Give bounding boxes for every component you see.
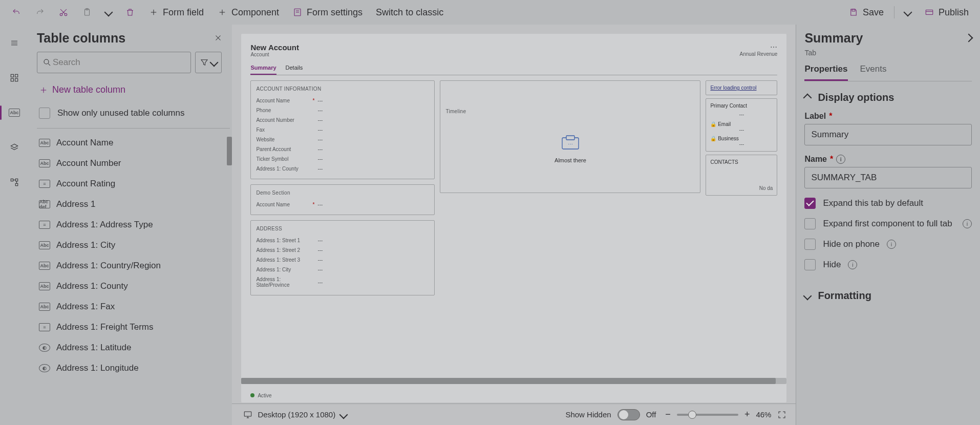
expand-first-checkbox[interactable]: Expand first component to full tab i <box>804 218 972 229</box>
section-account-information[interactable]: ACCOUNT INFORMATION Account Name*---Phon… <box>250 80 435 179</box>
save-label: Save <box>863 7 884 18</box>
paste-button[interactable] <box>77 3 97 22</box>
column-item[interactable]: AbcAccount Number <box>37 153 230 174</box>
rail-menu-button[interactable] <box>4 33 25 53</box>
search-input-wrap[interactable] <box>37 52 191 73</box>
scrollbar-thumb[interactable] <box>227 137 232 165</box>
form-field[interactable]: Account Number--- <box>256 115 429 125</box>
display-options-header[interactable]: Display options <box>804 92 972 103</box>
tab-events[interactable]: Events <box>860 64 887 81</box>
error-card[interactable]: Error loading control <box>706 80 777 95</box>
new-column-button[interactable]: New table column <box>37 81 232 98</box>
show-unused-label: Show only unused table columns <box>57 108 185 118</box>
rail-components-button[interactable] <box>4 68 25 88</box>
form-field[interactable]: Phone--- <box>256 105 429 115</box>
rail-layers-button[interactable] <box>4 137 25 158</box>
form-field[interactable]: Address 1: Street 2--- <box>256 245 429 255</box>
column-item[interactable]: ◐Address 1: Latitude <box>37 337 230 358</box>
column-item[interactable]: AbcAddress 1: City <box>37 235 230 256</box>
primary-contact-card[interactable]: Primary Contact --- 🔒 Email --- 🔒 Busine… <box>706 98 777 152</box>
expand-default-checkbox[interactable]: Expand this tab by default <box>804 198 972 209</box>
hide-phone-checkbox[interactable]: Hide on phone i <box>804 239 972 250</box>
toggle-switch[interactable] <box>617 409 640 420</box>
column-list[interactable]: AbcAccount NameAbcAccount Number≡Account… <box>37 133 232 425</box>
column-item[interactable]: ≡Account Rating <box>37 174 230 194</box>
svg-rect-11 <box>11 179 13 181</box>
form-field[interactable]: Ticker Symbol--- <box>256 154 429 164</box>
zoom-in-button[interactable]: + <box>744 409 750 420</box>
tab-summary[interactable]: Summary <box>250 65 276 75</box>
column-item[interactable]: AbcAddress 1: County <box>37 276 230 296</box>
form-settings-button[interactable]: Form settings <box>287 3 368 22</box>
column-label: Address 1: Longitude <box>56 363 139 373</box>
column-label: Address 1 <box>56 199 96 209</box>
form-field[interactable]: Parent Account--- <box>256 144 429 154</box>
horizontal-scrollbar[interactable] <box>241 378 786 384</box>
column-item[interactable]: Abc defAddress 1 <box>37 194 230 215</box>
add-component-button[interactable]: Component <box>212 3 284 22</box>
show-unused-checkbox[interactable]: Show only unused table columns <box>37 105 230 129</box>
add-form-field-button[interactable]: Form field <box>143 3 209 22</box>
device-selector[interactable]: Desktop (1920 x 1080) <box>243 410 347 419</box>
section-timeline[interactable]: Timeline ⋯ Almost there <box>440 80 700 193</box>
form-field-label: Form field <box>163 7 204 18</box>
zoom-slider[interactable] <box>677 414 738 416</box>
search-input[interactable] <box>52 57 186 68</box>
info-icon[interactable]: i <box>887 240 896 249</box>
redo-button[interactable] <box>30 3 50 22</box>
switch-classic-button[interactable]: Switch to classic <box>371 3 449 22</box>
search-icon <box>42 58 52 67</box>
delete-button[interactable] <box>120 3 140 22</box>
name-input[interactable] <box>804 167 972 188</box>
paste-more-button[interactable] <box>100 3 117 22</box>
undo-button[interactable] <box>6 3 27 22</box>
save-button[interactable]: Save <box>843 3 889 22</box>
info-icon[interactable]: i <box>836 155 845 164</box>
form-field[interactable]: Address 1: Street 1--- <box>256 236 429 245</box>
rail-tree-button[interactable] <box>4 172 25 193</box>
props-subtitle: Tab <box>804 49 972 57</box>
section-address[interactable]: ADDRESS Address 1: Street 1---Address 1:… <box>250 220 435 295</box>
panel-title: Table columns <box>37 31 125 46</box>
info-icon[interactable]: i <box>963 219 972 228</box>
form-entity: Account <box>250 52 299 57</box>
tab-details[interactable]: Details <box>286 65 303 75</box>
contacts-card[interactable]: CONTACTS No da <box>706 155 777 196</box>
field-label: Address 1: Street 1 <box>256 238 312 243</box>
form-field[interactable]: Fax--- <box>256 125 429 135</box>
column-item[interactable]: AbcAddress 1: Country/Region <box>37 256 230 276</box>
column-item[interactable]: ◐Address 1: Longitude <box>37 358 230 378</box>
cut-button[interactable] <box>53 3 74 22</box>
form-field[interactable]: Account Name*--- <box>256 200 429 209</box>
formatting-header[interactable]: Formatting <box>804 290 972 302</box>
column-item[interactable]: AbcAccount Name <box>37 133 230 153</box>
column-item[interactable]: ≡Address 1: Address Type <box>37 215 230 235</box>
field-label: Parent Account <box>256 146 312 152</box>
form-field[interactable]: Address 1: County--- <box>256 164 429 174</box>
collapse-panel-button[interactable] <box>965 34 973 42</box>
publish-button[interactable]: Publish <box>919 3 974 22</box>
save-more-button[interactable] <box>900 3 916 22</box>
field-value: --- <box>317 156 323 162</box>
filter-button[interactable] <box>195 52 222 73</box>
show-hidden-toggle[interactable]: Show Hidden Off <box>565 409 656 420</box>
column-item[interactable]: AbcAddress 1: Fax <box>37 296 230 317</box>
zoom-out-button[interactable]: − <box>665 409 671 420</box>
form-field[interactable]: Account Name*--- <box>256 96 429 105</box>
form-field[interactable]: Address 1: State/Province--- <box>256 274 429 290</box>
rail-columns-button[interactable]: Abc <box>4 102 25 123</box>
info-icon[interactable]: i <box>848 260 857 269</box>
form-preview[interactable]: New Account Account ⋯ Annual Revenue Sum… <box>241 34 786 402</box>
hide-checkbox[interactable]: Hide i <box>804 259 972 270</box>
device-label: Desktop (1920 x 1080) <box>258 410 335 419</box>
section-demo[interactable]: Demo Section Account Name*--- <box>250 184 435 215</box>
close-panel-button[interactable] <box>214 33 224 44</box>
form-field[interactable]: Website--- <box>256 135 429 144</box>
column-item[interactable]: ≡Address 1: Freight Terms <box>37 317 230 337</box>
form-field[interactable]: Address 1: City--- <box>256 265 429 274</box>
error-link[interactable]: Error loading control <box>710 85 756 91</box>
tab-properties[interactable]: Properties <box>804 64 847 81</box>
fit-icon[interactable] <box>777 410 786 419</box>
form-field[interactable]: Address 1: Street 3--- <box>256 255 429 265</box>
label-input[interactable] <box>804 124 972 145</box>
